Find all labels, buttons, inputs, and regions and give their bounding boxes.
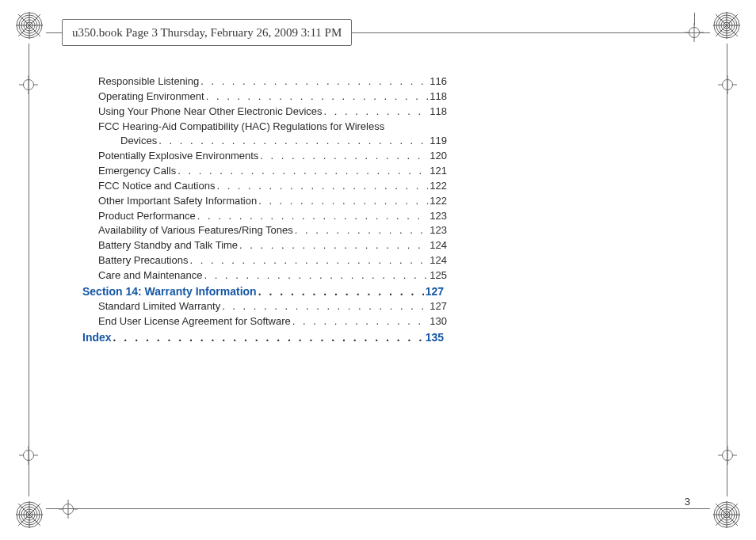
dot-leaders — [324, 105, 429, 120]
toc-item-title: Care and Maintenance — [98, 268, 203, 283]
toc-item-page: 118 — [430, 105, 447, 120]
toc-item-page: 116 — [430, 74, 447, 89]
toc-item: Potentially Explosive Environments120 — [98, 149, 447, 164]
toc-item-title: Other Important Safety Information — [98, 194, 257, 209]
toc-item-title: Potentially Explosive Environments — [98, 149, 258, 164]
toc-item-title: End User License Agreement for Software — [98, 314, 291, 329]
toc-item-page: 122 — [430, 179, 447, 194]
rule-bottom — [46, 508, 710, 509]
toc-item-title: FCC Notice and Cautions — [98, 179, 215, 194]
toc-item-page: 123 — [430, 223, 447, 238]
toc-item-page: 121 — [430, 164, 447, 179]
table-of-contents: Responsible Listening116Operating Enviro… — [98, 74, 447, 345]
toc-item: Emergency Calls121 — [98, 164, 447, 179]
header-box: u350.book Page 3 Thursday, February 26, … — [62, 19, 352, 46]
registration-mark-bl — [16, 501, 43, 528]
toc-item-continuation: Devices119 — [98, 134, 447, 149]
toc-item-page: 120 — [430, 149, 447, 164]
dot-leaders — [260, 149, 428, 164]
toc-section-title: Index — [82, 329, 112, 345]
toc-item-title: Devices — [120, 134, 157, 149]
page-folio: 3 — [685, 496, 690, 508]
toc-item: Care and Maintenance125 — [98, 268, 447, 283]
toc-item-page: 119 — [430, 134, 447, 149]
dot-leaders — [158, 134, 428, 149]
toc-item: Battery Precautions124 — [98, 253, 447, 268]
toc-section: Index135 — [82, 329, 444, 345]
registration-mark-tr — [713, 12, 740, 39]
toc-item-page: 124 — [430, 253, 447, 268]
registration-mark-tl — [16, 12, 43, 39]
dot-leaders — [197, 209, 428, 224]
toc-section-page: 135 — [426, 329, 444, 345]
toc-item: Availability of Various Features/Ring To… — [98, 223, 447, 238]
dot-leaders — [258, 194, 428, 209]
toc-item: Standard Limited Warranty127 — [98, 299, 447, 314]
dot-leaders — [295, 223, 429, 238]
toc-item-title: Availability of Various Features/Ring To… — [98, 223, 293, 238]
dot-leaders — [239, 238, 428, 253]
dot-leaders — [258, 283, 424, 299]
toc-item: FCC Notice and Cautions122 — [98, 179, 447, 194]
rule-center-top — [694, 13, 695, 25]
registration-mark-br — [713, 501, 740, 528]
toc-item-page: 122 — [430, 194, 447, 209]
dot-leaders — [292, 314, 429, 329]
toc-item-title: FCC Hearing-Aid Compatibility (HAC) Regu… — [98, 120, 384, 135]
toc-item: Operating Environment118 — [98, 89, 447, 105]
toc-item-title: Product Performance — [98, 209, 196, 224]
rule-right — [727, 44, 727, 496]
toc-item: End User License Agreement for Software1… — [98, 314, 447, 329]
toc-item-title: Emergency Calls — [98, 164, 176, 179]
toc-section-page: 127 — [426, 283, 444, 299]
rule-left — [29, 44, 29, 496]
dot-leaders — [216, 179, 428, 194]
crosshair-bottom — [59, 500, 78, 519]
dot-leaders — [113, 329, 424, 345]
toc-item: FCC Hearing-Aid Compatibility (HAC) Regu… — [98, 120, 447, 135]
dot-leaders — [206, 89, 429, 105]
toc-section: Section 14: Warranty Information127 — [82, 283, 444, 299]
toc-item-page: 123 — [430, 209, 447, 224]
header-text: u350.book Page 3 Thursday, February 26, … — [72, 26, 342, 40]
toc-item-page: 124 — [430, 238, 447, 253]
dot-leaders — [204, 268, 429, 283]
toc-item: Product Performance123 — [98, 209, 447, 224]
toc-item-page: 125 — [430, 268, 447, 283]
toc-item-page: 130 — [430, 314, 447, 329]
toc-item: Battery Standby and Talk Time124 — [98, 238, 447, 253]
toc-item-title: Responsible Listening — [98, 74, 199, 89]
crosshair-right-a — [718, 75, 737, 94]
toc-item-page: 127 — [430, 299, 447, 314]
toc-item-title: Using Your Phone Near Other Electronic D… — [98, 105, 323, 120]
toc-item: Using Your Phone Near Other Electronic D… — [98, 105, 447, 120]
crosshair-right-b — [718, 446, 737, 465]
toc-section-title: Section 14: Warranty Information — [82, 283, 257, 299]
toc-item: Responsible Listening116 — [98, 74, 447, 89]
dot-leaders — [222, 299, 428, 314]
toc-item: Other Important Safety Information122 — [98, 194, 447, 209]
dot-leaders — [189, 253, 428, 268]
dot-leaders — [178, 164, 428, 179]
dot-leaders — [200, 74, 428, 89]
toc-item-title: Battery Standby and Talk Time — [98, 238, 238, 253]
toc-item-page: 118 — [430, 89, 447, 105]
toc-item-title: Operating Environment — [98, 89, 204, 105]
toc-item-title: Battery Precautions — [98, 253, 188, 268]
toc-item-title: Standard Limited Warranty — [98, 299, 220, 314]
